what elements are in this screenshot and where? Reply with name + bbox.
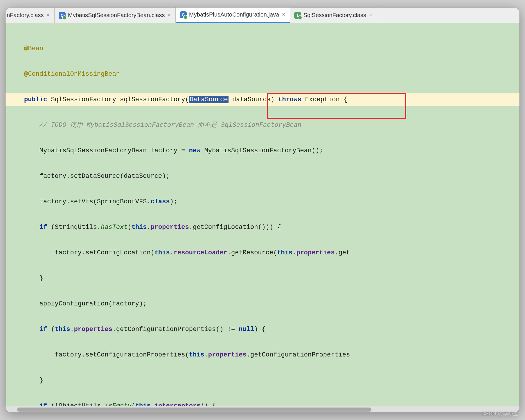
tab-nfactory[interactable]: nFactory.class × (6, 8, 55, 23)
tab-mybatis-sqlsessionfactorybean[interactable]: C MybatisSqlSessionFactoryBean.class × (55, 8, 176, 23)
close-icon[interactable]: × (167, 12, 171, 18)
editor-tabbar: nFactory.class × C MybatisSqlSessionFact… (6, 8, 519, 23)
scrollbar-thumb[interactable] (17, 408, 371, 412)
tab-label: nFactory.class (7, 12, 44, 19)
class-file-icon: C (59, 12, 66, 19)
annotation-bean: @Bean (24, 45, 43, 52)
tab-sqlsessionfactory[interactable]: I SqlSessionFactory.class × (290, 8, 377, 23)
close-icon[interactable]: × (46, 12, 50, 18)
watermark: CSDN @毕小宝 (481, 410, 519, 417)
code-statement: applyConfiguration(factory); (39, 300, 147, 307)
tab-label: MybatisSqlSessionFactoryBean.class (68, 12, 165, 19)
selection-datasource: DataSource (189, 96, 229, 103)
code-editor[interactable]: @Bean @ConditionalOnMissingBean public S… (6, 23, 519, 406)
ide-window: nFactory.class × C MybatisSqlSessionFact… (6, 8, 519, 412)
close-icon[interactable]: × (368, 12, 373, 18)
method-signature-line: public SqlSessionFactory sqlSessionFacto… (6, 93, 519, 106)
annotation-conditional: @ConditionalOnMissingBean (24, 70, 120, 78)
tab-mybatisplus-autoconfig[interactable]: C MybatisPlusAutoConfiguration.java × (176, 8, 290, 23)
interface-file-icon: I (294, 12, 301, 19)
tab-label: MybatisPlusAutoConfiguration.java (189, 11, 279, 18)
horizontal-scrollbar[interactable] (6, 406, 519, 412)
class-file-icon: C (180, 11, 187, 18)
tab-label: SqlSessionFactory.class (303, 12, 366, 19)
close-icon[interactable]: × (281, 12, 286, 18)
code-statement: factory.setDataSource(dataSource); (39, 173, 170, 180)
todo-comment: // TODO 使用 MybatisSqlSessionFactoryBean … (39, 122, 301, 129)
